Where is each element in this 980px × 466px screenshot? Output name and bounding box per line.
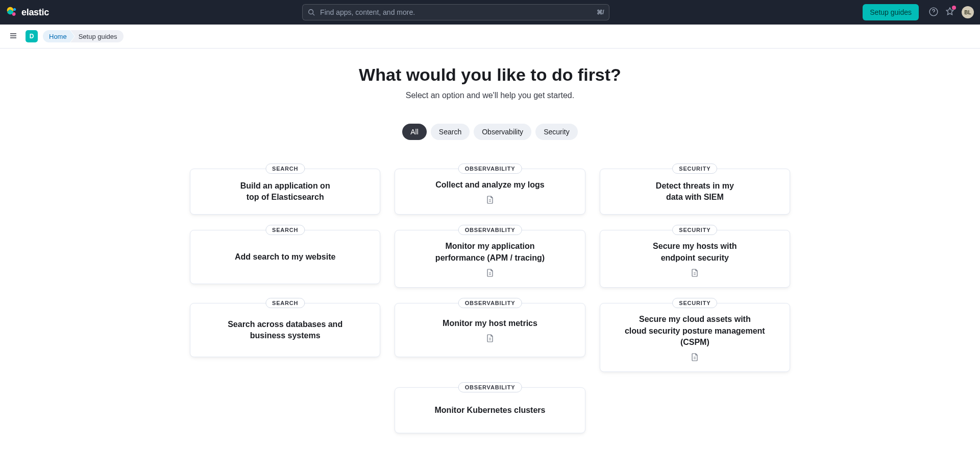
document-icon	[486, 196, 494, 204]
category-tag-observability: OBSERVABILITY	[458, 382, 522, 392]
category-tag-security: SECURITY	[672, 298, 717, 308]
card-collect-logs[interactable]: Collect and analyze my logs	[395, 169, 585, 215]
breadcrumb: Home Setup guides	[43, 30, 124, 42]
card-endpoint-security[interactable]: Secure my hosts with endpoint security	[600, 230, 790, 288]
card-add-search-website[interactable]: Add search to my website	[190, 230, 380, 284]
menu-icon	[9, 32, 17, 41]
document-icon	[486, 269, 494, 277]
card-cspm[interactable]: Secure my cloud assets with cloud securi…	[600, 303, 790, 372]
brand-text: elastic	[21, 7, 49, 18]
page-title: What would you like to do first?	[0, 65, 980, 85]
filter-all[interactable]: All	[402, 124, 427, 140]
card-title: Add search to my website	[235, 251, 335, 263]
filter-observability[interactable]: Observability	[474, 124, 531, 140]
card-title: Monitor Kubernetes clusters	[435, 405, 546, 416]
sub-header: D Home Setup guides	[0, 25, 980, 49]
card-title: Detect threats in my data with SIEM	[656, 180, 734, 203]
breadcrumb-home[interactable]: Home	[43, 30, 70, 42]
card-detect-threats-siem[interactable]: Detect threats in my data with SIEM	[600, 169, 790, 215]
document-icon	[691, 353, 699, 361]
card-search-databases[interactable]: Search across databases and business sys…	[190, 303, 380, 357]
global-search[interactable]: ⌘/	[302, 4, 609, 20]
svg-point-0	[309, 10, 313, 14]
category-tag-observability: OBSERVABILITY	[458, 298, 522, 308]
filter-group: All Search Observability Security	[0, 124, 980, 140]
card-monitor-apm[interactable]: Monitor my application performance (APM …	[395, 230, 585, 288]
card-title: Monitor my application performance (APM …	[435, 241, 545, 264]
document-icon	[486, 334, 494, 342]
filter-search[interactable]: Search	[431, 124, 470, 140]
keyboard-shortcut-hint: ⌘/	[597, 9, 604, 16]
category-tag-security: SECURITY	[672, 225, 717, 235]
notification-dot	[952, 6, 956, 10]
setup-guides-button[interactable]: Setup guides	[863, 4, 919, 20]
help-icon	[929, 7, 938, 18]
document-icon	[691, 269, 699, 277]
help-button[interactable]	[929, 7, 938, 18]
card-kubernetes[interactable]: Monitor Kubernetes clusters	[395, 387, 585, 433]
card-title: Monitor my host metrics	[443, 318, 537, 329]
elastic-logo-icon	[6, 6, 17, 19]
newsfeed-button[interactable]	[945, 7, 954, 18]
card-title: Build an application on top of Elasticse…	[240, 180, 330, 203]
search-icon	[308, 9, 315, 16]
card-title: Search across databases and business sys…	[228, 319, 342, 342]
global-search-input[interactable]	[320, 8, 592, 16]
guide-card-grid: SEARCH Build an application on top of El…	[190, 164, 790, 433]
category-tag-observability: OBSERVABILITY	[458, 225, 522, 235]
card-title: Secure my hosts with endpoint security	[653, 241, 737, 264]
global-header: elastic ⌘/ Setup guides BL	[0, 0, 980, 25]
card-build-application[interactable]: Build an application on top of Elasticse…	[190, 169, 380, 215]
card-host-metrics[interactable]: Monitor my host metrics	[395, 303, 585, 357]
user-avatar[interactable]: BL	[962, 6, 974, 18]
page-subtitle: Select an option and we'll help you get …	[0, 91, 980, 100]
elastic-logo[interactable]: elastic	[6, 6, 49, 19]
category-tag-search: SEARCH	[265, 298, 305, 308]
card-title: Collect and analyze my logs	[435, 179, 544, 191]
category-tag-search: SEARCH	[265, 225, 305, 235]
category-tag-search: SEARCH	[265, 164, 305, 174]
space-selector[interactable]: D	[26, 30, 38, 42]
nav-toggle-button[interactable]	[6, 29, 20, 44]
breadcrumb-current: Setup guides	[70, 30, 124, 42]
category-tag-security: SECURITY	[672, 164, 717, 174]
card-title: Secure my cloud assets with cloud securi…	[615, 314, 775, 348]
filter-security[interactable]: Security	[535, 124, 578, 140]
category-tag-observability: OBSERVABILITY	[458, 164, 522, 174]
